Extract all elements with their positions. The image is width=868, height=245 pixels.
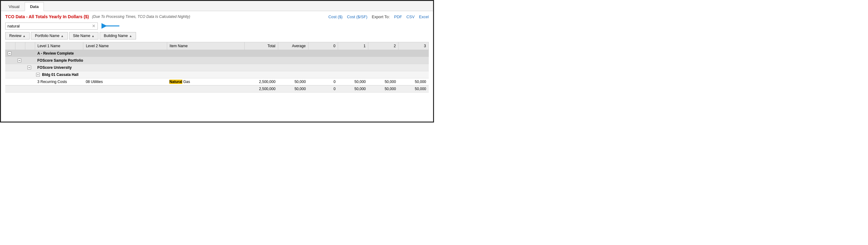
cell-empty	[15, 64, 25, 71]
cell-empty	[15, 86, 25, 93]
group1-label: A - Review Complete	[35, 50, 429, 57]
cell-empty	[167, 86, 245, 93]
col-expand1	[5, 42, 15, 50]
cell-col1: 50,000	[338, 79, 368, 86]
cell-empty	[5, 86, 15, 93]
col-0: 0	[308, 42, 338, 50]
cell-empty	[308, 71, 338, 79]
sort-arrow-portfolio: ▲	[61, 34, 64, 38]
search-wrapper: ✕	[5, 23, 98, 30]
item-suffix: Gas	[182, 80, 190, 84]
cell-empty	[278, 71, 308, 79]
cell-empty	[338, 71, 368, 79]
cell-empty	[25, 86, 35, 93]
excel-link[interactable]: Excel	[419, 14, 429, 19]
expand-icon[interactable]: −	[5, 50, 15, 57]
search-clear-icon[interactable]: ✕	[92, 24, 96, 28]
groupby-portfolio[interactable]: Portfolio Name ▲	[31, 32, 67, 39]
cell-empty	[15, 79, 25, 86]
table-header-row: Level 1 Name Level 2 Name Item Name Tota…	[5, 42, 429, 50]
col-expand3	[25, 42, 35, 50]
cell-empty	[15, 71, 25, 79]
tabs-bar: Visual Data	[1, 1, 433, 11]
expand-icon[interactable]: − Bldg 01 Cassata Hall	[35, 71, 83, 79]
total-average: 50,000	[278, 86, 308, 93]
cell-empty	[5, 57, 15, 64]
col-average: Average	[278, 42, 308, 50]
cell-level2: 08 Utilities	[83, 79, 167, 86]
table-row: − FOScore University	[5, 64, 429, 71]
export-label: Export To:	[372, 14, 390, 19]
col-total: Total	[245, 42, 278, 50]
header-row: TCO Data - All Totals Yearly In Dollars …	[5, 14, 429, 19]
col-3: 3	[399, 42, 429, 50]
cell-average: 50,000	[278, 79, 308, 86]
cell-empty	[15, 50, 25, 57]
col-item: Item Name	[167, 42, 245, 50]
cost-link[interactable]: Cost ($)	[328, 14, 342, 19]
cell-empty	[25, 71, 35, 79]
total-col0: 0	[308, 86, 338, 93]
cell-empty	[83, 71, 167, 79]
cell-level1: 3 Recurring Costs	[35, 79, 83, 86]
total-col2: 50,000	[368, 86, 399, 93]
col-level2: Level 2 Name	[83, 42, 167, 50]
cell-total: 2,500,000	[245, 79, 278, 86]
expand-icon[interactable]: −	[15, 57, 25, 64]
table-row: 3 Recurring Costs 08 Utilities Natural G…	[5, 79, 429, 86]
groupby-row: Review ▲ Portfolio Name ▲ Site Name ▲ Bu…	[5, 32, 429, 39]
csv-link[interactable]: CSV	[406, 14, 414, 19]
data-table: Level 1 Name Level 2 Name Item Name Tota…	[5, 42, 429, 93]
header-right: Cost ($) Cost ($/SF) Export To: PDF CSV …	[328, 14, 429, 19]
group2-label: FOScore Sample Portfolio	[35, 57, 429, 64]
pdf-link[interactable]: PDF	[394, 14, 402, 19]
col-2: 2	[368, 42, 399, 50]
cell-empty	[399, 71, 429, 79]
cell-empty	[25, 50, 35, 57]
table-total-row: 2,500,000 50,000 0 50,000 50,000 50,000	[5, 86, 429, 93]
sort-arrow-site: ▲	[92, 34, 95, 38]
tco-subtitle: (Due To Processing Times, TCO Data Is Ca…	[92, 14, 190, 19]
arrow-indicator	[101, 22, 120, 30]
cell-empty	[167, 71, 245, 79]
cell-empty	[5, 79, 15, 86]
total-col1: 50,000	[338, 86, 368, 93]
groupby-review-label: Review	[9, 34, 21, 38]
groupby-portfolio-label: Portfolio Name	[35, 34, 59, 38]
col-expand2	[15, 42, 25, 50]
expand-icon[interactable]: −	[25, 64, 35, 71]
cell-item: Natural Gas	[167, 79, 245, 86]
groupby-building[interactable]: Building Name ▲	[100, 32, 136, 39]
groupby-site[interactable]: Site Name ▲	[69, 32, 99, 39]
cell-empty	[25, 79, 35, 86]
cell-empty	[5, 71, 15, 79]
search-input[interactable]	[7, 24, 92, 28]
item-highlight: Natural	[169, 80, 182, 84]
groupby-building-label: Building Name	[104, 34, 128, 38]
total-total: 2,500,000	[245, 86, 278, 93]
tco-title: TCO Data - All Totals Yearly In Dollars …	[5, 14, 89, 19]
table-row: − A - Review Complete	[5, 50, 429, 57]
cell-empty	[25, 57, 35, 64]
col-level1: Level 1 Name	[35, 42, 83, 50]
cell-empty	[35, 86, 83, 93]
table-row: − Bldg 01 Cassata Hall	[5, 71, 429, 79]
sort-arrow-building: ▲	[129, 34, 132, 38]
tab-visual[interactable]: Visual	[3, 2, 25, 11]
group3-label: FOScore University	[35, 64, 429, 71]
groupby-site-label: Site Name	[73, 34, 90, 38]
col-1: 1	[338, 42, 368, 50]
cell-empty	[5, 64, 15, 71]
cell-empty	[83, 86, 167, 93]
cell-empty	[368, 71, 399, 79]
groupby-review[interactable]: Review ▲	[5, 32, 30, 39]
table-row: − FOScore Sample Portfolio	[5, 57, 429, 64]
search-row: ✕	[5, 22, 429, 30]
sort-arrow-review: ▲	[23, 34, 26, 38]
cell-col2: 50,000	[368, 79, 399, 86]
cost-sf-link[interactable]: Cost ($/SF)	[347, 14, 367, 19]
header-left: TCO Data - All Totals Yearly In Dollars …	[5, 14, 190, 19]
cell-col0: 0	[308, 79, 338, 86]
tab-data[interactable]: Data	[25, 2, 44, 11]
total-col3: 50,000	[399, 86, 429, 93]
